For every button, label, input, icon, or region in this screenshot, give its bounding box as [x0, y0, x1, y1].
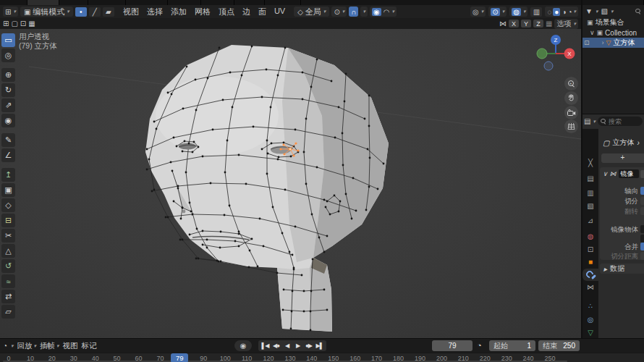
tab-render[interactable]: ▤	[582, 172, 598, 185]
proportional-editing-group[interactable]: ◉ ◠ ▾	[370, 7, 397, 17]
tool-poly-build-button[interactable]: △	[1, 244, 15, 258]
wireframe-shading-icon[interactable]: ◌	[547, 8, 551, 16]
search-input[interactable]	[609, 118, 640, 125]
solid-shading-icon[interactable]: ●	[553, 8, 560, 16]
tab-tool[interactable]: ╳	[582, 156, 598, 169]
rendered-shading-icon[interactable]: ◔	[567, 8, 572, 16]
pan-button[interactable]	[564, 91, 578, 105]
tool-extrude-button[interactable]: ↥	[1, 168, 15, 182]
gridbox-icon[interactable]: ▦	[28, 20, 35, 28]
keying-menu[interactable]: 插帧 ▾	[40, 341, 59, 351]
workspace-tab[interactable]	[88, 0, 126, 5]
tool-transform-button[interactable]: ◉	[1, 114, 15, 127]
tool-measure-button[interactable]: ∠	[1, 148, 15, 162]
playback-button[interactable]: ●▶	[303, 340, 314, 351]
menu-item[interactable]: 网格	[195, 7, 211, 17]
tab-particles[interactable]: ∴	[582, 300, 598, 312]
merge-checkbox[interactable]	[640, 243, 644, 251]
tool-rotate-button[interactable]: ↻	[1, 83, 15, 97]
tab-output[interactable]: ▥	[582, 187, 598, 199]
workspace-tab[interactable]	[59, 0, 88, 5]
tab-object[interactable]: ■	[582, 256, 598, 268]
auto-keying-button[interactable]: ◉	[234, 340, 252, 351]
tab-view-layer[interactable]: ▧	[582, 200, 598, 212]
tab-scene[interactable]: ⊿	[582, 214, 598, 227]
frame-end-field[interactable]: 结束 250	[538, 340, 580, 351]
tab-collection[interactable]: ⊡	[582, 243, 598, 256]
menu-item[interactable]: 面	[258, 7, 266, 17]
pivot-point-dropdown[interactable]: ⊙ ▾	[331, 7, 347, 17]
playback-button[interactable]: ▌◀	[260, 340, 271, 351]
gizmos-dropdown[interactable]: ⊙ ▾	[488, 7, 507, 17]
menu-item[interactable]: 边	[242, 7, 250, 17]
tool-cursor-button[interactable]: ◎	[1, 49, 15, 62]
playback-button[interactable]: ▶▌	[314, 340, 325, 351]
playhead[interactable]: 79	[171, 353, 188, 362]
gizmo-minus-axis[interactable]	[544, 62, 553, 70]
filter-icon[interactable]: ▼	[585, 7, 593, 15]
tab-object-data[interactable]: ▽	[582, 327, 598, 338]
menu-item[interactable]: 选择	[147, 7, 163, 17]
box-icon[interactable]: ▢	[11, 20, 17, 28]
overlap-icon[interactable]: ⊞	[3, 20, 9, 28]
tab-modifiers[interactable]	[582, 269, 598, 281]
modifier-display-toggle[interactable]	[640, 170, 644, 178]
menu-item[interactable]: 添加	[171, 7, 187, 17]
timeline-editor-icon[interactable]: ◔	[3, 342, 7, 350]
workspace-tab-strip[interactable]	[0, 0, 644, 5]
symmetry-y-button[interactable]: Y	[521, 20, 531, 28]
search-icon[interactable]	[635, 9, 641, 14]
outliner-row-cube[interactable]: ⊡ › ▽ 立方体	[582, 38, 644, 48]
marker-menu[interactable]: 标记	[82, 341, 97, 351]
workspace-tab[interactable]	[0, 0, 27, 5]
display-mode-icon[interactable]: ▧	[601, 7, 607, 15]
tool-spin-button[interactable]: ↺	[1, 259, 15, 273]
tool-move-button[interactable]: ⊕	[1, 68, 15, 82]
properties-editor-icon[interactable]: ▤	[584, 117, 590, 125]
workspace-tab[interactable]	[126, 0, 168, 5]
menu-item[interactable]: 顶点	[219, 7, 234, 17]
editor-type-button[interactable]: ⊞ ▾	[3, 7, 18, 17]
overlays-dropdown[interactable]: ◍ ▾	[509, 7, 528, 17]
tool-smooth-button[interactable]: ≈	[1, 274, 15, 288]
breadcrumb-object[interactable]: 立方体	[612, 138, 634, 148]
tool-bevel-button[interactable]: ◇	[1, 198, 15, 212]
menu-item[interactable]: UV	[274, 7, 285, 17]
outliner-row-scene-collection[interactable]: ▣ 场景集合	[582, 17, 644, 28]
head-mesh[interactable]	[145, 45, 389, 332]
frame-ruler[interactable]: 0102030405060709010011012013014015016017…	[0, 353, 644, 362]
playback-menu[interactable]: 回放 ▾	[17, 341, 37, 351]
view-menu[interactable]: 视图	[63, 341, 78, 351]
tool-scale-button[interactable]: ⇗	[1, 98, 15, 112]
viewport-3d[interactable]: 用户透视 (79) 立方体 ▭◎⊕↻⇗◉✎∠↥▣◇⊟✂△↺≈⇄▱ Z X +	[0, 29, 581, 338]
face-select-mode-button[interactable]: ▰	[103, 7, 114, 17]
modifier-name-field[interactable]: 镜像	[619, 169, 639, 178]
axis-x-toggle[interactable]	[640, 187, 644, 195]
tab-world[interactable]: ◍	[582, 230, 598, 243]
tab-constraints[interactable]: ⋈	[582, 281, 598, 293]
current-frame-field[interactable]: 79	[432, 340, 473, 351]
gizmo-y-axis[interactable]	[537, 49, 547, 59]
playback-button[interactable]: ▶	[292, 340, 303, 351]
material-shading-icon[interactable]: ◑	[562, 8, 566, 16]
workspace-tab-active[interactable]	[27, 0, 59, 5]
tool-edge-slide-button[interactable]: ⇄	[1, 290, 15, 303]
snap-settings-dropdown[interactable]: ▾	[360, 7, 368, 17]
workspace-tab[interactable]	[168, 0, 201, 5]
camera-view-button[interactable]	[564, 106, 578, 119]
bisect-toggle[interactable]	[640, 197, 644, 205]
playback-button[interactable]: ◀	[281, 340, 292, 351]
outliner-row-collection[interactable]: ∨ ▣ Collection	[582, 28, 644, 38]
workspace-tab[interactable]	[265, 0, 301, 5]
symmetry-z-button[interactable]: Z	[533, 20, 543, 28]
properties-search[interactable]	[598, 117, 643, 126]
tool-annotate-button[interactable]: ✎	[1, 133, 15, 147]
transform-orientation-dropdown[interactable]: ◇ 全局 ▾	[294, 7, 329, 17]
expand-icon[interactable]: ∨	[590, 29, 595, 36]
tool-inset-faces-button[interactable]: ▣	[1, 183, 15, 197]
playback-button[interactable]: ◀●	[271, 340, 281, 351]
snap-toggle-button[interactable]: ∩	[349, 7, 358, 17]
workspace-tab[interactable]	[201, 0, 234, 5]
object-visibility-dropdown[interactable]: ◎ ▾	[470, 7, 486, 17]
mirror-object-field2[interactable]	[640, 235, 644, 243]
